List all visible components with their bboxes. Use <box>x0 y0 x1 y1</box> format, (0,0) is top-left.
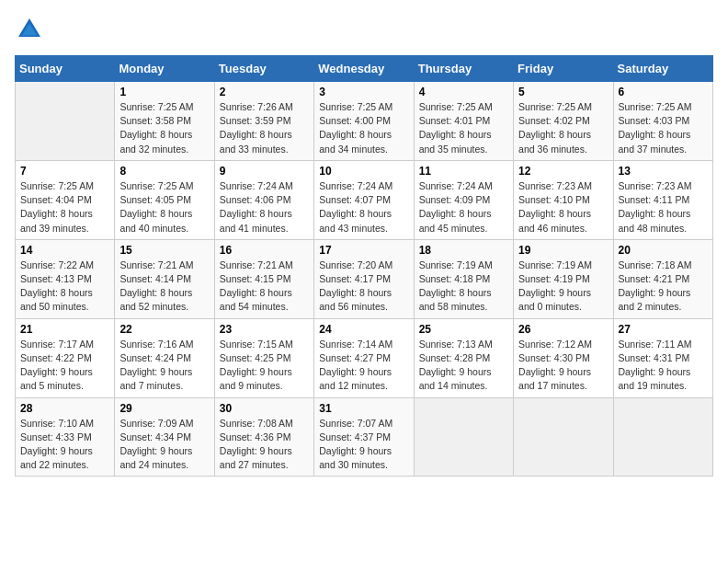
day-info: Sunrise: 7:21 AMSunset: 4:14 PMDaylight:… <box>119 259 193 313</box>
weekday-header-saturday: Saturday <box>613 56 712 82</box>
logo <box>15 15 50 44</box>
calendar-cell: 14 Sunrise: 7:22 AMSunset: 4:13 PMDaylig… <box>16 239 115 318</box>
day-number: 25 <box>419 323 508 336</box>
day-number: 15 <box>119 244 209 257</box>
day-info: Sunrise: 7:16 AMSunset: 4:24 PMDaylight:… <box>119 339 193 392</box>
calendar-cell: 12 Sunrise: 7:23 AMSunset: 4:10 PMDaylig… <box>514 160 613 239</box>
calendar-cell: 30 Sunrise: 7:08 AMSunset: 4:36 PMDaylig… <box>214 397 313 477</box>
calendar-cell: 6 Sunrise: 7:25 AMSunset: 4:03 PMDayligh… <box>613 82 712 161</box>
day-number: 28 <box>20 402 109 415</box>
calendar-cell: 4 Sunrise: 7:25 AMSunset: 4:01 PMDayligh… <box>414 82 513 161</box>
day-number: 24 <box>319 323 408 336</box>
calendar-week-row: 7 Sunrise: 7:25 AMSunset: 4:04 PMDayligh… <box>16 160 713 239</box>
day-info: Sunrise: 7:25 AMSunset: 4:03 PMDaylight:… <box>619 101 692 155</box>
calendar-cell: 9 Sunrise: 7:24 AMSunset: 4:06 PMDayligh… <box>214 160 313 239</box>
day-info: Sunrise: 7:07 AMSunset: 4:37 PMDaylight:… <box>319 418 392 471</box>
day-info: Sunrise: 7:21 AMSunset: 4:15 PMDaylight:… <box>220 259 293 313</box>
day-number: 18 <box>419 244 508 257</box>
calendar-cell: 5 Sunrise: 7:25 AMSunset: 4:02 PMDayligh… <box>514 82 613 161</box>
day-number: 23 <box>220 323 309 336</box>
calendar-cell: 16 Sunrise: 7:21 AMSunset: 4:15 PMDaylig… <box>214 239 313 318</box>
calendar-cell: 17 Sunrise: 7:20 AMSunset: 4:17 PMDaylig… <box>314 239 414 318</box>
calendar-cell: 8 Sunrise: 7:25 AMSunset: 4:05 PMDayligh… <box>115 160 214 239</box>
weekday-header-tuesday: Tuesday <box>214 56 313 82</box>
calendar-cell: 3 Sunrise: 7:25 AMSunset: 4:00 PMDayligh… <box>314 82 414 161</box>
calendar-cell: 11 Sunrise: 7:24 AMSunset: 4:09 PMDaylig… <box>414 160 513 239</box>
calendar-cell: 23 Sunrise: 7:15 AMSunset: 4:25 PMDaylig… <box>214 318 313 397</box>
calendar-table: SundayMondayTuesdayWednesdayThursdayFrid… <box>15 55 713 477</box>
weekday-header-friday: Friday <box>514 56 613 82</box>
day-number: 8 <box>119 165 209 178</box>
day-number: 14 <box>20 244 109 257</box>
calendar-cell: 22 Sunrise: 7:16 AMSunset: 4:24 PMDaylig… <box>115 318 214 397</box>
day-info: Sunrise: 7:11 AMSunset: 4:31 PMDaylight:… <box>619 339 692 392</box>
day-number: 29 <box>119 402 209 415</box>
weekday-header-thursday: Thursday <box>414 56 513 82</box>
day-info: Sunrise: 7:10 AMSunset: 4:33 PMDaylight:… <box>20 418 94 471</box>
day-number: 16 <box>220 244 309 257</box>
day-number: 31 <box>319 402 408 415</box>
weekday-header-wednesday: Wednesday <box>314 56 414 82</box>
day-info: Sunrise: 7:24 AMSunset: 4:06 PMDaylight:… <box>220 180 293 234</box>
day-number: 13 <box>619 165 708 178</box>
day-number: 20 <box>619 244 708 257</box>
page-header <box>15 15 713 44</box>
calendar-cell: 25 Sunrise: 7:13 AMSunset: 4:28 PMDaylig… <box>414 318 513 397</box>
day-info: Sunrise: 7:25 AMSunset: 4:02 PMDaylight:… <box>518 101 592 155</box>
day-info: Sunrise: 7:19 AMSunset: 4:19 PMDaylight:… <box>518 259 592 313</box>
calendar-cell: 15 Sunrise: 7:21 AMSunset: 4:14 PMDaylig… <box>115 239 214 318</box>
weekday-header-sunday: Sunday <box>16 56 115 82</box>
day-number: 9 <box>220 165 309 178</box>
day-info: Sunrise: 7:25 AMSunset: 3:58 PMDaylight:… <box>119 101 193 155</box>
day-number: 26 <box>518 323 608 336</box>
day-info: Sunrise: 7:24 AMSunset: 4:09 PMDaylight:… <box>419 180 493 234</box>
day-number: 1 <box>119 86 209 98</box>
day-number: 27 <box>619 323 708 336</box>
calendar-cell <box>16 82 115 161</box>
calendar-cell: 31 Sunrise: 7:07 AMSunset: 4:37 PMDaylig… <box>314 397 414 477</box>
day-info: Sunrise: 7:22 AMSunset: 4:13 PMDaylight:… <box>20 259 94 313</box>
day-info: Sunrise: 7:13 AMSunset: 4:28 PMDaylight:… <box>419 339 493 392</box>
day-number: 30 <box>220 402 309 415</box>
calendar-cell: 26 Sunrise: 7:12 AMSunset: 4:30 PMDaylig… <box>514 318 613 397</box>
calendar-week-row: 21 Sunrise: 7:17 AMSunset: 4:22 PMDaylig… <box>16 318 713 397</box>
calendar-cell: 27 Sunrise: 7:11 AMSunset: 4:31 PMDaylig… <box>613 318 712 397</box>
calendar-cell <box>414 397 513 477</box>
day-info: Sunrise: 7:23 AMSunset: 4:10 PMDaylight:… <box>518 180 592 234</box>
calendar-cell: 19 Sunrise: 7:19 AMSunset: 4:19 PMDaylig… <box>514 239 613 318</box>
day-number: 10 <box>319 165 408 178</box>
day-number: 7 <box>20 165 109 178</box>
calendar-cell: 7 Sunrise: 7:25 AMSunset: 4:04 PMDayligh… <box>16 160 115 239</box>
calendar-header: SundayMondayTuesdayWednesdayThursdayFrid… <box>16 56 713 82</box>
day-info: Sunrise: 7:25 AMSunset: 4:01 PMDaylight:… <box>419 101 493 155</box>
day-info: Sunrise: 7:20 AMSunset: 4:17 PMDaylight:… <box>319 259 392 313</box>
calendar-cell: 1 Sunrise: 7:25 AMSunset: 3:58 PMDayligh… <box>115 82 214 161</box>
day-info: Sunrise: 7:14 AMSunset: 4:27 PMDaylight:… <box>319 339 392 392</box>
weekday-header-monday: Monday <box>115 56 214 82</box>
day-info: Sunrise: 7:18 AMSunset: 4:21 PMDaylight:… <box>619 259 692 313</box>
calendar-body: 1 Sunrise: 7:25 AMSunset: 3:58 PMDayligh… <box>16 82 713 477</box>
calendar-cell: 28 Sunrise: 7:10 AMSunset: 4:33 PMDaylig… <box>16 397 115 477</box>
day-info: Sunrise: 7:25 AMSunset: 4:05 PMDaylight:… <box>119 180 193 234</box>
general-blue-logo-icon <box>15 15 44 44</box>
calendar-cell: 18 Sunrise: 7:19 AMSunset: 4:18 PMDaylig… <box>414 239 513 318</box>
calendar-cell <box>613 397 712 477</box>
day-info: Sunrise: 7:19 AMSunset: 4:18 PMDaylight:… <box>419 259 493 313</box>
day-number: 11 <box>419 165 508 178</box>
day-number: 17 <box>319 244 408 257</box>
day-number: 6 <box>619 86 708 98</box>
day-number: 21 <box>20 323 109 336</box>
day-info: Sunrise: 7:15 AMSunset: 4:25 PMDaylight:… <box>220 339 293 392</box>
calendar-cell: 21 Sunrise: 7:17 AMSunset: 4:22 PMDaylig… <box>16 318 115 397</box>
day-number: 12 <box>518 165 608 178</box>
day-number: 5 <box>518 86 608 98</box>
weekday-header-row: SundayMondayTuesdayWednesdayThursdayFrid… <box>16 56 713 82</box>
day-info: Sunrise: 7:26 AMSunset: 3:59 PMDaylight:… <box>220 101 293 155</box>
day-info: Sunrise: 7:17 AMSunset: 4:22 PMDaylight:… <box>20 339 94 392</box>
calendar-week-row: 14 Sunrise: 7:22 AMSunset: 4:13 PMDaylig… <box>16 239 713 318</box>
day-number: 3 <box>319 86 408 98</box>
calendar-cell: 24 Sunrise: 7:14 AMSunset: 4:27 PMDaylig… <box>314 318 414 397</box>
day-number: 4 <box>419 86 508 98</box>
calendar-cell <box>514 397 613 477</box>
calendar-cell: 13 Sunrise: 7:23 AMSunset: 4:11 PMDaylig… <box>613 160 712 239</box>
